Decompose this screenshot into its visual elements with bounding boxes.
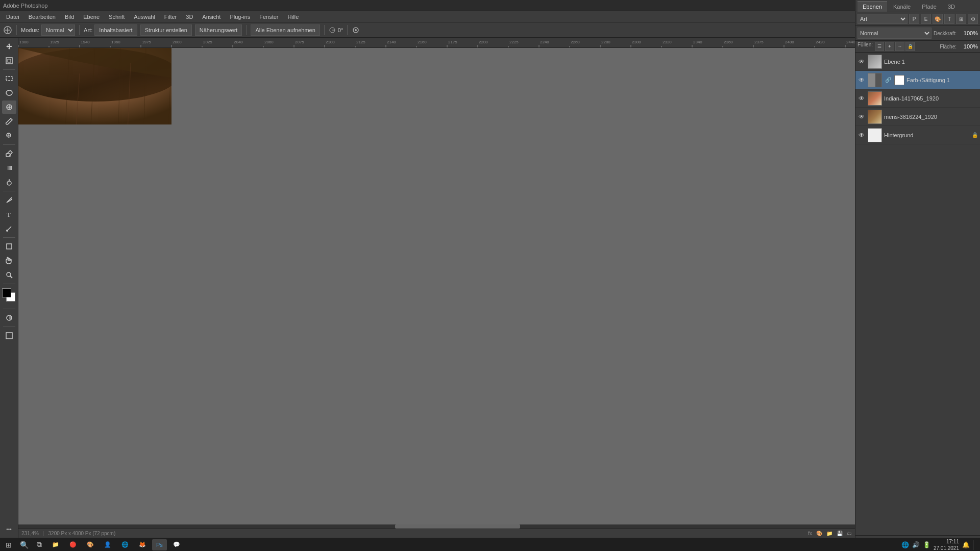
status-icon-5[interactable]: 🗂 xyxy=(847,531,852,536)
taskbar-start-btn[interactable]: ⊞ xyxy=(2,539,15,550)
menu-hilfe[interactable]: Hilfe xyxy=(283,13,303,21)
layer-item-indian[interactable]: 👁 Indian-1417065_1920 xyxy=(855,89,980,108)
menu-plugins[interactable]: Plug-ins xyxy=(226,13,254,21)
taskbar-app-firefox[interactable]: 🦊 xyxy=(135,539,150,550)
fill-value[interactable]: 100% xyxy=(959,43,978,49)
color-swatches[interactable] xyxy=(2,288,16,307)
taskbar-task-view-btn[interactable]: ⧉ xyxy=(33,539,46,550)
alle-ebenen-button[interactable]: Alle Ebenen aufnehmen xyxy=(251,24,320,36)
tool-extra[interactable]: ••• xyxy=(2,522,16,536)
toolbar-extras: ••• xyxy=(2,522,16,538)
layer-thumb-indian xyxy=(868,91,882,106)
taskbar-app-1[interactable]: 🔴 xyxy=(65,539,81,550)
options-separator-2 xyxy=(79,25,80,35)
taskbar-app-4[interactable]: 🌐 xyxy=(117,539,133,550)
taskbar-app-3[interactable]: 👤 xyxy=(100,539,115,550)
menu-bild[interactable]: Bild xyxy=(61,13,78,21)
inhaltsbasiert-button[interactable]: Inhaltsbasiert xyxy=(94,24,137,36)
layer-chain-icon[interactable]: 🔗 xyxy=(885,77,891,83)
taskbar-app-chat[interactable]: 💬 xyxy=(169,539,184,550)
layer-item-farb[interactable]: 👁 🔗 Farb-/Sättigung 1 xyxy=(855,71,980,89)
taskbar-search-btn[interactable]: 🔍 xyxy=(17,539,31,550)
opacity-value[interactable]: 100% xyxy=(959,30,978,36)
menu-ebene[interactable]: Ebene xyxy=(79,13,104,21)
options-separator-5 xyxy=(347,25,348,35)
tool-text[interactable]: T xyxy=(2,208,16,221)
tool-hand[interactable] xyxy=(2,254,16,267)
menu-bearbeiten[interactable]: Bearbeiten xyxy=(24,13,60,21)
mode-select[interactable]: Normal xyxy=(41,24,75,36)
menu-ansicht[interactable]: Ansicht xyxy=(198,13,225,21)
filter-btn-3[interactable]: 🎨 xyxy=(933,14,943,24)
menu-3d[interactable]: 3D xyxy=(182,13,197,21)
taskbar-app-2[interactable]: 🎨 xyxy=(83,539,98,550)
canvas-scrollbar[interactable] xyxy=(18,524,855,529)
tab-3d[interactable]: 3D xyxy=(943,1,960,12)
filter-btn-1[interactable]: P xyxy=(909,14,919,24)
struktur-button[interactable]: Struktur erstellen xyxy=(140,24,192,36)
naherungswert-button[interactable]: Näherungswert xyxy=(195,24,242,36)
layer-item-hintergrund[interactable]: 👁 Hintergrund 🔒 xyxy=(855,126,980,144)
taskbar-app-explorer[interactable]: 📁 xyxy=(48,539,63,550)
tab-pfade[interactable]: Pfade xyxy=(917,1,942,12)
status-icon-1[interactable]: fx xyxy=(808,531,812,536)
tool-dodge[interactable] xyxy=(2,176,16,189)
filter-btn-5[interactable]: ⊞ xyxy=(956,14,966,24)
left-toolbar: T ••• xyxy=(0,38,18,538)
filter-btn-4[interactable]: T xyxy=(944,14,954,24)
tool-eraser[interactable] xyxy=(2,147,16,160)
tool-clone[interactable] xyxy=(2,129,16,142)
tool-lasso[interactable] xyxy=(2,86,16,99)
status-icon-3[interactable]: 📁 xyxy=(826,531,832,536)
svg-text:1975: 1975 xyxy=(142,40,151,44)
lock-position-btn[interactable]: ↔ xyxy=(895,42,904,51)
foreground-color-swatch[interactable] xyxy=(2,288,11,297)
layer-visibility-farb[interactable]: 👁 xyxy=(857,77,866,84)
taskbar-app-photoshop[interactable]: Ps xyxy=(152,539,167,550)
layer-visibility-ebene1[interactable]: 👁 xyxy=(857,58,866,65)
filter-toggle[interactable]: ⚙ xyxy=(968,14,978,24)
menu-auswahl[interactable]: Auswahl xyxy=(130,13,159,21)
layer-mask-thumb-farb xyxy=(894,75,904,85)
lock-image-btn[interactable]: ✦ xyxy=(885,42,894,51)
status-icon-2[interactable]: 🎨 xyxy=(816,531,822,536)
svg-rect-83 xyxy=(9,315,12,320)
tab-kanale[interactable]: Kanäle xyxy=(888,1,916,12)
tool-marquee[interactable] xyxy=(2,72,16,85)
status-icon-4[interactable]: 💾 xyxy=(837,531,843,536)
tool-zoom[interactable] xyxy=(2,268,16,282)
layer-filter-select[interactable]: Art xyxy=(857,14,908,24)
tool-move[interactable] xyxy=(2,40,16,53)
tool-artboard[interactable] xyxy=(2,54,16,67)
layer-visibility-hintergrund[interactable]: 👁 xyxy=(857,132,866,139)
filter-btn-2[interactable]: E xyxy=(921,14,931,24)
options-bar: Modus: Normal Art: Inhaltsbasiert Strukt… xyxy=(0,22,980,38)
tool-screen-mode[interactable] xyxy=(2,329,16,342)
svg-point-75 xyxy=(7,181,11,185)
menu-schrift[interactable]: Schrift xyxy=(105,13,129,21)
layer-visibility-indian[interactable]: 👁 xyxy=(857,95,866,102)
tool-path-select[interactable] xyxy=(2,222,16,235)
blend-mode-select[interactable]: Normal Multiplizieren Weiches Licht xyxy=(857,28,932,39)
layer-item-ebene1[interactable]: 👁 Ebene 1 xyxy=(855,53,980,71)
toolbar-separator-2 xyxy=(3,144,15,145)
layer-thumb-ebene1 xyxy=(868,55,882,69)
tool-healing[interactable] xyxy=(2,101,16,114)
layer-visibility-mens[interactable]: 👁 xyxy=(857,113,866,120)
lock-all-btn[interactable]: 🔒 xyxy=(905,42,915,51)
tool-gradient[interactable] xyxy=(2,161,16,174)
tool-brush[interactable] xyxy=(2,115,16,128)
taskbar-show-desktop-btn[interactable] xyxy=(973,540,976,550)
layer-item-mens[interactable]: 👁 mens-3816224_1920 xyxy=(855,108,980,126)
tab-ebenen[interactable]: Ebenen xyxy=(857,1,887,12)
taskbar-notification-icon[interactable]: 🔔 xyxy=(962,541,970,548)
lock-transparent-btn[interactable]: ☰ xyxy=(875,42,884,51)
svg-rect-66 xyxy=(6,77,12,81)
tool-quick-mask[interactable] xyxy=(2,311,16,324)
canvas-scrollbar-thumb[interactable] xyxy=(395,524,521,529)
menu-datei[interactable]: Datei xyxy=(2,13,23,21)
menu-fenster[interactable]: Fenster xyxy=(255,13,282,21)
tool-pen[interactable] xyxy=(2,193,16,207)
menu-filter[interactable]: Filter xyxy=(160,13,181,21)
tool-shape[interactable] xyxy=(2,240,16,253)
